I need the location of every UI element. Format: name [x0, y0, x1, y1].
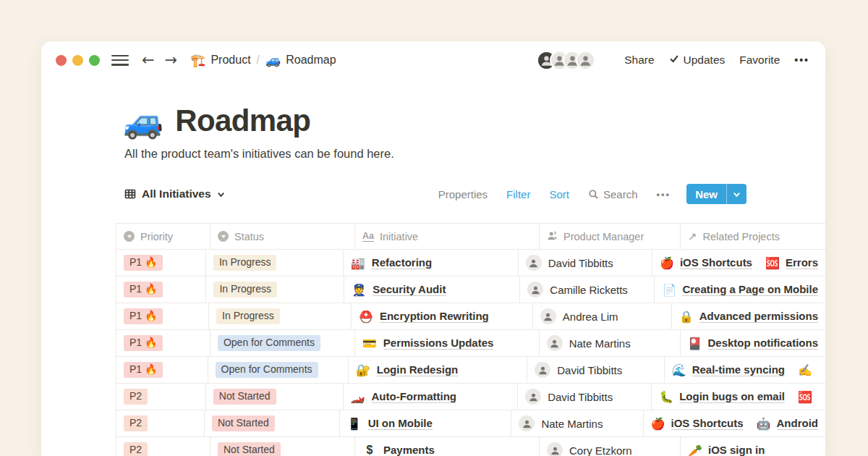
status-tag: Open for Comments: [216, 362, 318, 379]
related-project-link[interactable]: iOS sign in: [708, 444, 765, 456]
page-icon: 📄: [662, 283, 676, 297]
initiative-cell[interactable]: 🏎️Auto-Formatting: [344, 384, 519, 410]
priority-cell[interactable]: P1 🔥: [116, 330, 210, 356]
priority-cell[interactable]: P2: [116, 437, 210, 456]
related-projects-cell[interactable]: 🔒Advanced permissions: [672, 303, 825, 329]
column-header-initiative[interactable]: Aa Initiative: [355, 224, 540, 249]
initiative-cell[interactable]: 📱UI on Mobile: [340, 410, 512, 436]
related-project-link[interactable]: iOS Shortcuts: [671, 417, 744, 431]
related-project-link[interactable]: Android: [777, 417, 819, 431]
manager-name: David Tibbitts: [557, 364, 622, 376]
share-button[interactable]: Share: [624, 54, 654, 67]
priority-cell[interactable]: P1 🔥: [116, 250, 206, 276]
priority-cell[interactable]: P2: [116, 384, 206, 410]
search-icon: [588, 189, 599, 200]
status-cell[interactable]: Not Started: [210, 437, 355, 456]
related-projects-cell[interactable]: 🍎iOS Shortcuts 🤖Android: [644, 410, 826, 436]
priority-cell[interactable]: P1 🔥: [116, 303, 209, 329]
manager-cell[interactable]: Cory Etzkorn: [540, 437, 681, 456]
manager-cell[interactable]: Nate Martins: [511, 410, 643, 436]
status-cell[interactable]: Open for Comments: [208, 357, 349, 383]
initiative-link[interactable]: Permissions Updates: [383, 337, 494, 350]
zoom-window-button[interactable]: [89, 55, 100, 66]
related-project-link[interactable]: Advanced permissions: [699, 310, 818, 324]
new-button[interactable]: New: [686, 184, 746, 204]
properties-button[interactable]: Properties: [438, 188, 488, 200]
breadcrumb-item-roadmap[interactable]: 🚙 Roadmap: [265, 53, 336, 68]
search-label: Search: [603, 188, 638, 200]
initiative-cell[interactable]: $Payments: [355, 437, 540, 456]
related-projects-cell[interactable]: 🎴Desktop notifications: [681, 330, 826, 356]
priority-cell[interactable]: P1 🔥: [116, 276, 206, 303]
more-options-icon[interactable]: •••: [794, 54, 809, 66]
manager-name: Cory Etzkorn: [569, 444, 632, 456]
related-projects-cell[interactable]: 🥕iOS sign in: [681, 437, 772, 456]
new-button-label: New: [686, 184, 726, 204]
close-window-button[interactable]: [56, 55, 67, 66]
status-cell[interactable]: In Progress: [206, 276, 344, 303]
status-cell[interactable]: In Progress: [206, 250, 344, 276]
manager-cell[interactable]: Andrea Lim: [533, 303, 672, 329]
initiative-link[interactable]: Security Audit: [373, 283, 446, 297]
initiative-link[interactable]: Refactoring: [372, 256, 432, 270]
breadcrumb-item-product[interactable]: 🏗️ Product: [190, 53, 250, 68]
manager-cell[interactable]: David Tibbitts: [527, 357, 664, 383]
manager-cell[interactable]: Camille Ricketts: [520, 276, 655, 303]
back-arrow-icon[interactable]: ←: [142, 53, 155, 68]
related-project-link[interactable]: Real-time syncing: [692, 363, 785, 377]
column-header-status[interactable]: Status: [210, 224, 355, 249]
page-description: All the product team's initiatives can b…: [124, 147, 825, 161]
status-cell[interactable]: Not Started: [205, 410, 340, 436]
favorite-button[interactable]: Favorite: [739, 54, 780, 67]
priority-cell[interactable]: P1 🔥: [116, 357, 208, 383]
related-projects-cell[interactable]: 🍎iOS Shortcuts 🆘Errors: [652, 250, 825, 276]
collaborator-avatars: [537, 51, 595, 70]
related-project-link[interactable]: Login bugs on email: [679, 390, 785, 404]
avatar: [526, 255, 542, 271]
sidebar-menu-icon[interactable]: [111, 55, 129, 66]
sort-button[interactable]: Sort: [549, 188, 569, 200]
view-more-options-icon[interactable]: •••: [657, 189, 671, 200]
related-project-link[interactable]: iOS Shortcuts: [680, 256, 752, 270]
manager-cell[interactable]: David Tibbitts: [518, 384, 652, 410]
avatar: [527, 282, 543, 297]
initiative-link[interactable]: Auto-Formatting: [372, 390, 456, 404]
initiative-link[interactable]: Payments: [383, 444, 435, 456]
filter-button[interactable]: Filter: [506, 188, 530, 200]
related-projects-cell[interactable]: 📄Creating a Page on Mobile: [655, 276, 825, 303]
manager-cell[interactable]: Nate Martins: [540, 330, 681, 356]
initiative-cell[interactable]: ⛑️Encryption Rewriting: [352, 303, 533, 329]
manager-name: Andrea Lim: [563, 311, 618, 323]
column-header-priority[interactable]: Priority: [116, 224, 210, 249]
view-selector[interactable]: All Initiatives: [124, 187, 225, 200]
updates-button[interactable]: Updates: [669, 54, 726, 67]
sos-icon: 🆘: [798, 390, 812, 404]
priority-tag: P1 🔥: [124, 308, 163, 325]
related-projects-cell[interactable]: 🐛Login bugs on email 🆘: [652, 384, 825, 410]
related-project-link[interactable]: Errors: [786, 256, 818, 270]
priority-cell[interactable]: P2: [116, 410, 205, 436]
manager-cell[interactable]: David Tibbitts: [519, 250, 652, 276]
related-projects-cell[interactable]: 🌊Real-time syncing ✍️: [665, 357, 825, 383]
column-header-related-projects[interactable]: ↗ Related Projects: [681, 224, 787, 249]
initiative-link[interactable]: Login Redesign: [377, 363, 459, 377]
status-cell[interactable]: Not Started: [206, 384, 344, 410]
initiative-cell[interactable]: 🔐Login Redesign: [349, 357, 527, 383]
initiative-cell[interactable]: 👮Security Audit: [344, 276, 520, 303]
status-cell[interactable]: Open for Comments: [210, 330, 355, 356]
initiative-link[interactable]: UI on Mobile: [368, 417, 433, 431]
forward-arrow-icon[interactable]: →: [165, 53, 178, 68]
minimize-window-button[interactable]: [72, 55, 83, 66]
related-project-link[interactable]: Desktop notifications: [708, 337, 819, 350]
page-icon-car[interactable]: 🚙: [123, 105, 163, 138]
search-button[interactable]: Search: [588, 188, 638, 200]
initiative-link[interactable]: Encryption Rewriting: [380, 310, 489, 324]
related-project-link[interactable]: Creating a Page on Mobile: [682, 283, 818, 297]
status-cell[interactable]: In Progress: [209, 303, 352, 329]
initiative-cell[interactable]: 🏭Refactoring: [344, 250, 519, 276]
avatar[interactable]: [576, 51, 595, 70]
column-header-product-manager[interactable]: Product Manager: [540, 224, 681, 249]
new-dropdown-button[interactable]: [727, 184, 746, 204]
view-name-label: All Initiatives: [142, 187, 211, 200]
initiative-cell[interactable]: 💳Permissions Updates: [355, 330, 540, 356]
